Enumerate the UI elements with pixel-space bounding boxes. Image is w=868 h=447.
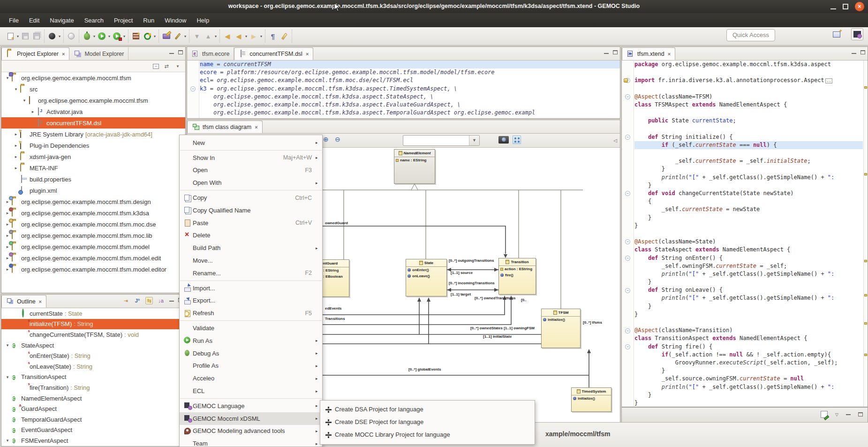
chevron-right-icon[interactable]: ▸ [13, 154, 19, 159]
open-task-folder-icon[interactable] [161, 30, 172, 42]
menu-item-import-[interactable]: Import... [180, 282, 322, 295]
collapse-all-icon[interactable]: − [153, 64, 159, 69]
chevron-right-icon[interactable]: ▸ [13, 132, 19, 136]
menu-item-run-as[interactable]: Run As▸ [180, 334, 322, 347]
forward-icon[interactable]: ▶▾ [249, 30, 259, 42]
tab-outline[interactable]: Outline× [1, 295, 46, 308]
tab-model-explorer[interactable]: Model Explorer [69, 47, 128, 60]
prev-annotation-icon[interactable]: ▲▾ [203, 30, 213, 42]
fold-collapse-icon[interactable]: − [625, 256, 630, 261]
chevron-right-icon[interactable]: ▸ [13, 166, 19, 170]
xtend-code-area[interactable]: +−−−−−−−− package org.eclipse.gemoc.exam… [622, 61, 868, 407]
toggle-mode-icon[interactable]: ⇆ [145, 297, 153, 304]
dsl-code-area[interactable]: − name = concurrentTFSMecore = platform:… [187, 61, 620, 118]
tree-item-activator-java[interactable]: ▸Activator.java [1, 106, 185, 117]
sort-alphabetically-icon[interactable]: ↓a [157, 297, 165, 304]
maximize-view-icon[interactable] [613, 50, 618, 54]
next-annotation-icon[interactable]: ▼ [192, 30, 202, 42]
sort-by-defining-type-icon[interactable]: J° [134, 297, 141, 304]
menu-item-delete[interactable]: Delete [180, 229, 322, 242]
occurrence-marker-icon[interactable] [864, 86, 867, 89]
tab-concurrenttfsm-dsl[interactable]: concurrentTFSM.dsl× [234, 47, 313, 60]
overview-ruler[interactable] [863, 61, 868, 407]
tab-tfsm-class-diagram[interactable]: tfsm class diagram× [187, 121, 263, 133]
lightbulb-icon[interactable] [66, 30, 76, 42]
menu-item-open-with[interactable]: Open With▸ [180, 176, 322, 189]
menubar-item-project[interactable]: Project [109, 15, 138, 26]
menubar-item-navigate[interactable]: Navigate [45, 15, 79, 26]
tree-item-plugin-xml[interactable]: plugin.xml [1, 185, 185, 196]
new-wizard-icon[interactable]: ✦▾ [5, 30, 15, 42]
tab-project-explorer[interactable]: Project Explorer× [1, 47, 69, 60]
menu-item-gemoc-language[interactable]: GEMOC Language▸ [180, 400, 322, 412]
tree-item-org-eclipse-gemoc-example-moccml-tfsm-moc-dse[interactable]: ▸org.eclipse.gemoc.example.moccml.tfsm.m… [1, 219, 185, 230]
menu-item-new[interactable]: New▸ [180, 136, 322, 149]
menubar-item-edit[interactable]: Edit [24, 15, 45, 26]
tree-item-guardaspect[interactable]: CAGuardAspect [1, 403, 185, 414]
minimize-button[interactable] [830, 4, 836, 9]
menu-item-open[interactable]: OpenF3 [180, 164, 322, 177]
menu-item-acceleo[interactable]: Acceleo▸ [180, 372, 322, 385]
tree-item-temporalguardaspect[interactable]: CTemporalGuardAspect [1, 414, 185, 425]
menu-item-ecl[interactable]: ECL▸ [180, 385, 322, 397]
view-menu-icon[interactable]: ▼ [174, 62, 181, 70]
menu-item-export-[interactable]: Export... [180, 295, 322, 307]
tree-item-jre-system-library-[interactable]: ▸JRE System Library [oracle-java8-jdk-am… [1, 129, 185, 140]
pen-icon[interactable]: ▾ [173, 30, 183, 42]
tree-item-currentstate[interactable]: currentState : State [1, 308, 185, 319]
fold-collapse-icon[interactable]: − [625, 191, 630, 196]
open-perspective-icon[interactable] [830, 28, 843, 40]
tree-item-namedelementaspect[interactable]: CNamedElementAspect [1, 393, 185, 404]
last-edit-location-icon[interactable]: ◀ [222, 30, 233, 42]
class-box-namedelement[interactable]: NamedElementname : EString [394, 149, 435, 184]
class-box-state[interactable]: StateonEnter()onLeave() [406, 259, 447, 296]
tree-item-fire-transition-[interactable]: sfire(Transition) : String [1, 382, 185, 393]
chevron-down-icon[interactable]: ▾ [21, 98, 28, 103]
debug-icon[interactable]: ▾ [82, 30, 92, 42]
fold-collapse-icon[interactable]: − [625, 239, 630, 244]
menubar-item-file[interactable]: File [4, 15, 24, 26]
zoom-in-icon[interactable]: ⊕ [323, 136, 329, 143]
menu-item-copy[interactable]: CopyCtrl+C [180, 191, 322, 204]
occurrence-marker-icon[interactable] [864, 173, 867, 175]
zoom-level-combo[interactable]: ▼ [403, 135, 480, 146]
close-tab-icon[interactable]: × [668, 51, 671, 57]
fold-collapse-icon[interactable]: − [625, 288, 630, 293]
tree-item-xdsml-java-gen[interactable]: ▸xdsml-java-gen [1, 151, 185, 162]
tree-item-stateaspect[interactable]: ▾CStateAspect [1, 340, 185, 351]
tree-item-org-eclipse-gemoc-example-moccml-tfsm-model[interactable]: ▸org.eclipse.gemoc.example.moccml.tfsm.m… [1, 241, 185, 252]
chevron-down-icon[interactable]: ▾ [13, 87, 19, 91]
run-external-icon[interactable]: ▾ [112, 30, 122, 42]
minimize-view-icon[interactable] [169, 53, 174, 54]
menubar-item-help[interactable]: Help [191, 15, 214, 26]
maximize-view-icon[interactable] [858, 412, 863, 417]
layout-icon[interactable] [513, 136, 521, 144]
menu-item-show-in[interactable]: Show InMaj+Alt+W▸ [180, 152, 322, 164]
menu-item-profile-as[interactable]: Profile As▸ [180, 360, 322, 372]
menubar-item-window[interactable]: Window [159, 15, 191, 26]
view-menu-icon[interactable]: ▽ [835, 412, 838, 417]
save-icon[interactable] [20, 30, 30, 42]
tree-item-changecurrentstate-tfsm-state-[interactable]: schangeCurrentState(TFSM, State) : void [1, 329, 185, 340]
class-box-tfsm[interactable]: TFSMinitialize() [541, 309, 581, 348]
back-icon[interactable]: ◀▾ [234, 30, 244, 42]
java-grid-icon[interactable]: ✦ [131, 30, 141, 42]
submenu-item-create-dsa-project-for-language[interactable]: Create DSA Project for language [320, 403, 535, 416]
fold-collapse-icon[interactable]: − [625, 94, 630, 99]
tab-tfsm-ecore[interactable]: E tfsm.ecore [187, 47, 234, 60]
submenu-item-create-dse-project-for-language[interactable]: Create DSE Project for language [320, 416, 535, 428]
tree-item-concurrenttfsm-dsl[interactable]: concurrentTFSM.dsl [1, 117, 185, 129]
link-with-editor-icon[interactable]: ⇄ [163, 62, 170, 70]
new-note-icon[interactable] [821, 411, 828, 418]
chevron-right-icon[interactable]: ▸ [13, 143, 19, 148]
menu-item-team[interactable]: Team▸ [180, 437, 322, 447]
fold-collapse-icon[interactable]: − [625, 344, 630, 349]
minimize-view-icon[interactable] [604, 53, 609, 54]
minimize-view-icon[interactable] [169, 300, 174, 302]
menu-item-copy-qualified-name[interactable]: Copy Qualified Name [180, 204, 322, 217]
tree-item-transitionaspect[interactable]: ▾CTransitionAspect [1, 372, 185, 383]
tree-item-eventguardaspect[interactable]: CEventGuardAspect [1, 425, 185, 436]
menu-item-rename-[interactable]: Rename...F2 [180, 267, 322, 280]
close-tab-icon[interactable]: × [306, 51, 309, 57]
menu-item-refresh[interactable]: RefreshF5 [180, 307, 322, 319]
